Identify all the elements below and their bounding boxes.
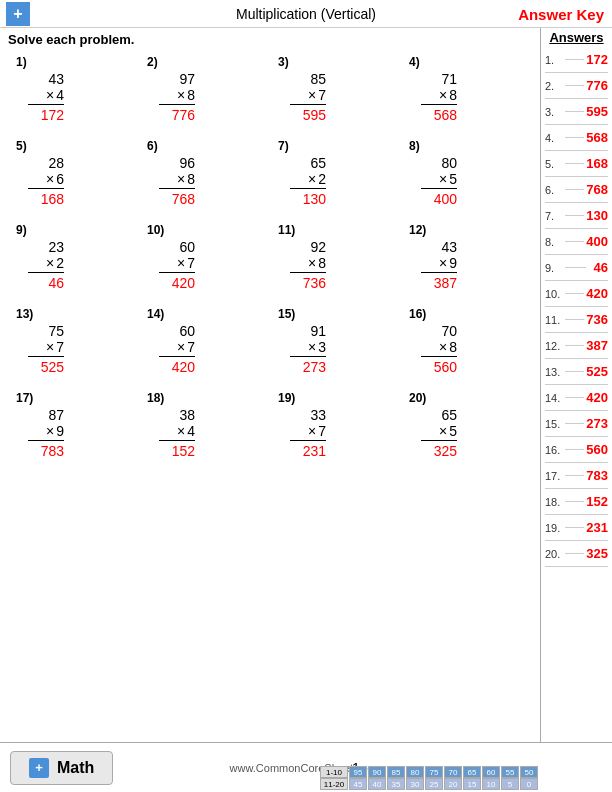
answer-item: 16. 560 xyxy=(545,437,608,463)
answer-value: 595 xyxy=(586,104,608,119)
score-cell: 45 xyxy=(349,778,367,790)
number-top: 87 xyxy=(28,407,64,423)
score-cell: 15 xyxy=(463,778,481,790)
number-top: 60 xyxy=(159,323,195,339)
answer-item: 8. 400 xyxy=(545,229,608,255)
header: + Multiplication (Vertical) Answer Key xyxy=(0,0,612,28)
problem-inner: 65 ×2 130 xyxy=(290,155,326,207)
answer-number: 9. xyxy=(545,262,563,274)
answer-item: 12. 387 xyxy=(545,333,608,359)
score-cell: 90 xyxy=(368,766,386,778)
number-top: 70 xyxy=(421,323,457,339)
number-answer: 525 xyxy=(28,359,64,375)
answer-value: 400 xyxy=(586,234,608,249)
answer-value: 768 xyxy=(586,182,608,197)
problem-number: 10) xyxy=(147,223,164,237)
answer-item: 15. 273 xyxy=(545,411,608,437)
answer-number: 11. xyxy=(545,314,563,326)
problem-inner: 60 ×7 420 xyxy=(159,239,195,291)
problem-inner: 28 ×6 168 xyxy=(28,155,64,207)
score-cell: 0 xyxy=(520,778,538,790)
problem-item: 8) 80 ×5 400 xyxy=(401,135,532,215)
problem-item: 9) 23 ×2 46 xyxy=(8,219,139,299)
problem-number: 1) xyxy=(16,55,27,69)
problem-inner: 80 ×5 400 xyxy=(421,155,457,207)
problem-item: 3) 85 ×7 595 xyxy=(270,51,401,131)
number-top: 71 xyxy=(421,71,457,87)
number-top: 91 xyxy=(290,323,326,339)
answer-item: 4. 568 xyxy=(545,125,608,151)
mult-sign: × xyxy=(439,339,447,355)
problem-item: 13) 75 ×7 525 xyxy=(8,303,139,383)
score-cell: 70 xyxy=(444,766,462,778)
problem-item: 19) 33 ×7 231 xyxy=(270,387,401,467)
mult-sign: × xyxy=(177,171,185,187)
number-mult: ×6 xyxy=(28,171,64,189)
math-icon: + xyxy=(29,758,49,778)
answer-item: 9. 46 xyxy=(545,255,608,281)
problem-item: 1) 43 ×4 172 xyxy=(8,51,139,131)
problem-inner: 87 ×9 783 xyxy=(28,407,64,459)
answer-value: 525 xyxy=(586,364,608,379)
answer-number: 1. xyxy=(545,54,563,66)
number-mult: ×7 xyxy=(159,339,195,357)
number-top: 80 xyxy=(421,155,457,171)
problem-item: 12) 43 ×9 387 xyxy=(401,219,532,299)
number-answer: 768 xyxy=(159,191,195,207)
number-mult: ×4 xyxy=(28,87,64,105)
score-cell: 35 xyxy=(387,778,405,790)
problem-inner: 60 ×7 420 xyxy=(159,323,195,375)
answer-item: 7. 130 xyxy=(545,203,608,229)
mult-sign: × xyxy=(439,255,447,271)
problem-number: 18) xyxy=(147,391,164,405)
answer-value: 152 xyxy=(586,494,608,509)
logo-icon: + xyxy=(6,2,30,26)
score-cell: 85 xyxy=(387,766,405,778)
answer-number: 2. xyxy=(545,80,563,92)
number-answer: 387 xyxy=(421,275,457,291)
mult-sign: × xyxy=(177,87,185,103)
number-top: 23 xyxy=(28,239,64,255)
answer-item: 5. 168 xyxy=(545,151,608,177)
number-mult: ×2 xyxy=(290,171,326,189)
problem-number: 17) xyxy=(16,391,33,405)
mult-sign: × xyxy=(308,339,316,355)
mult-sign: × xyxy=(439,87,447,103)
number-answer: 736 xyxy=(290,275,326,291)
mult-sign: × xyxy=(308,255,316,271)
score-cell: 30 xyxy=(406,778,424,790)
answer-value: 172 xyxy=(586,52,608,67)
mult-sign: × xyxy=(46,87,54,103)
number-mult: ×8 xyxy=(290,255,326,273)
number-answer: 560 xyxy=(421,359,457,375)
number-answer: 325 xyxy=(421,443,457,459)
problem-item: 4) 71 ×8 568 xyxy=(401,51,532,131)
problems-grid: 1) 43 ×4 172 2) 97 ×8 776 3) 85 ×7 595 4… xyxy=(8,51,532,467)
mult-sign: × xyxy=(46,171,54,187)
mult-sign: × xyxy=(46,423,54,439)
mult-sign: × xyxy=(439,423,447,439)
answer-item: 6. 768 xyxy=(545,177,608,203)
problem-inner: 97 ×8 776 xyxy=(159,71,195,123)
answer-value: 736 xyxy=(586,312,608,327)
answer-number: 14. xyxy=(545,392,563,404)
answer-number: 4. xyxy=(545,132,563,144)
problem-number: 11) xyxy=(278,223,295,237)
number-answer: 46 xyxy=(28,275,64,291)
score-cell: 80 xyxy=(406,766,424,778)
footer-scores: 1-109590858075706560555011-2045403530252… xyxy=(320,766,538,790)
problem-inner: 70 ×8 560 xyxy=(421,323,457,375)
problem-item: 17) 87 ×9 783 xyxy=(8,387,139,467)
problem-inner: 96 ×8 768 xyxy=(159,155,195,207)
answer-item: 1. 172 xyxy=(545,47,608,73)
number-mult: ×8 xyxy=(421,87,457,105)
problem-item: 20) 65 ×5 325 xyxy=(401,387,532,467)
score-cell: 10 xyxy=(482,778,500,790)
problem-inner: 43 ×9 387 xyxy=(421,239,457,291)
problem-number: 15) xyxy=(278,307,295,321)
number-answer: 273 xyxy=(290,359,326,375)
number-top: 92 xyxy=(290,239,326,255)
score-label-2: 11-20 xyxy=(320,778,348,790)
problem-inner: 71 ×8 568 xyxy=(421,71,457,123)
number-top: 28 xyxy=(28,155,64,171)
